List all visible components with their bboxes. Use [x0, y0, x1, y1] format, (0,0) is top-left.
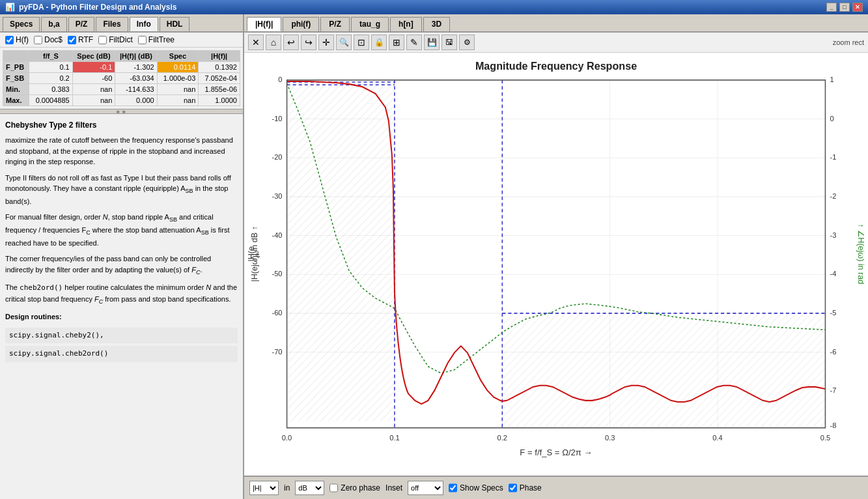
settings-button-tool[interactable]: ⚙: [459, 35, 475, 50]
phase-checkbox[interactable]: Phase: [509, 481, 542, 495]
svg-text:-30: -30: [272, 192, 282, 200]
tab-info[interactable]: Info: [130, 17, 158, 31]
svg-text:-70: -70: [272, 347, 282, 355]
checkbox-hf[interactable]: H(f): [5, 35, 29, 44]
window-controls: _ □ ✕: [826, 3, 863, 12]
plot-tabs: |H(f)| phi(f) P/Z tau_g h[n] 3D: [244, 14, 868, 33]
svg-text:-8: -8: [830, 421, 837, 429]
toolbar: ✕ ⌂ ↩ ↪ ✛ 🔍 ⊡ 🔒 ⊞ ✎ 💾 🖫 ⚙ zoom rect: [244, 33, 868, 53]
row-fsb-spec: 1.000e-03: [157, 73, 199, 84]
table-row-max: Max. 0.0004885 nan 0.000 nan 1.0000: [3, 95, 240, 106]
unit-select[interactable]: dB V W: [295, 481, 324, 495]
tab-hdl[interactable]: HDL: [160, 17, 190, 31]
row-fpb-label: F_PB: [3, 62, 29, 73]
home-button-tool[interactable]: ⌂: [266, 35, 281, 50]
row-fpb-spec: 0.0114: [157, 62, 199, 73]
row-min-label: Min.: [3, 84, 29, 95]
info-panel: Chebyshev Type 2 filters maximize the ra…: [0, 114, 243, 499]
save-button-tool[interactable]: 💾: [424, 35, 440, 50]
resize-handle[interactable]: ■ ■: [0, 109, 243, 114]
plot-tab-hf[interactable]: |H(f)|: [247, 17, 281, 31]
info-para-4: The corner frequency/ies of the pass ban…: [5, 253, 238, 277]
svg-text:-3: -3: [830, 231, 837, 238]
bottom-bar: |H| |H|² re im in dB V W Zero phase Inse…: [244, 476, 868, 499]
row-max-f: 0.0004885: [29, 95, 72, 106]
forward-button-tool[interactable]: ↪: [301, 35, 316, 50]
svg-rect-20: [502, 313, 825, 428]
svg-text:-1: -1: [830, 153, 837, 161]
row-max-hf-db: 0.000: [115, 95, 157, 106]
table-row-min: Min. 0.383 nan -114.633 nan 1.855e-06: [3, 84, 240, 95]
back-button-tool[interactable]: ↩: [283, 35, 299, 50]
zero-phase-label: Zero phase: [341, 483, 380, 492]
svg-text:↑  ∠H(ejω) in rad: ↑ ∠H(ejω) in rad: [856, 223, 865, 284]
row-fsb-hf-db: -63.034: [115, 73, 157, 84]
checkbox-filtdict[interactable]: FiltDict: [98, 35, 133, 44]
svg-text:0.5: 0.5: [820, 433, 830, 441]
svg-text:1: 1: [830, 76, 834, 83]
inset-select[interactable]: off on: [408, 481, 443, 495]
left-tabs: Specs b,a P/Z Files Info HDL: [0, 14, 243, 33]
row-min-spec: nan: [157, 84, 199, 95]
row-fpb-hf-db: -1.302: [115, 62, 157, 73]
row-fpb-hf: 0.1392: [199, 62, 240, 73]
svg-text:-50: -50: [272, 270, 282, 278]
plot-tab-pz[interactable]: P/Z: [320, 17, 350, 31]
svg-text:0.0: 0.0: [282, 433, 292, 441]
design-routines-label: Design routines:: [5, 311, 238, 322]
close-button[interactable]: ✕: [852, 3, 863, 12]
checkbox-filttree[interactable]: FiltTree: [138, 35, 175, 44]
tab-files[interactable]: Files: [96, 17, 128, 31]
crosshair-button-tool[interactable]: ✛: [318, 35, 334, 50]
svg-text:-7: -7: [830, 386, 837, 394]
svg-text:0.1: 0.1: [389, 433, 399, 441]
zoom-button-tool[interactable]: 🔍: [336, 35, 352, 50]
plot-area: Magnitude Frequency Response: [244, 53, 868, 476]
tab-specs[interactable]: Specs: [3, 17, 40, 31]
svg-text:-5: -5: [830, 309, 837, 317]
tab-ba[interactable]: b,a: [41, 17, 66, 31]
plot-tab-3d[interactable]: 3D: [423, 17, 450, 31]
maximize-button[interactable]: □: [839, 3, 850, 12]
checkbox-docs[interactable]: Doc$: [34, 35, 63, 44]
plot-tab-tau[interactable]: tau_g: [351, 17, 389, 31]
inset-label: Inset: [385, 483, 402, 492]
plot-tab-hn[interactable]: h[n]: [390, 17, 422, 31]
row-max-hf: 1.0000: [199, 95, 240, 106]
info-para-1: maximize the rate of cutoff between the …: [5, 135, 238, 167]
col-header-spec-db: Spec (dB): [72, 51, 115, 62]
plot-svg: Magnitude Frequency Response: [244, 53, 868, 476]
spec-table: f/f_S Spec (dB) |H(f)| (dB) Spec |H(f)| …: [3, 50, 240, 106]
pen-button-tool[interactable]: ✎: [406, 35, 422, 50]
svg-text:-40: -40: [272, 231, 282, 238]
checkbox-rtf[interactable]: RTF: [68, 35, 93, 44]
table-row-fsb: F_SB 0.2 -60 -63.034 1.000e-03 7.052e-04: [3, 73, 240, 84]
col-header-f: f/f_S: [29, 51, 72, 62]
tab-pz[interactable]: P/Z: [68, 17, 95, 31]
row-fsb-label: F_SB: [3, 73, 29, 84]
svg-text:0.3: 0.3: [605, 433, 615, 441]
zoom-rect-button-tool[interactable]: ⊡: [354, 35, 369, 50]
code-line-2: scipy.signal.cheb2ord(): [5, 346, 238, 362]
window-title: pyFDA - Python Filter Design and Analysi…: [19, 3, 176, 12]
h-select[interactable]: |H| |H|² re im: [249, 481, 279, 495]
grid-button-tool[interactable]: ⊞: [389, 35, 404, 50]
zoom-label: zoom rect: [833, 38, 864, 46]
save2-button-tool[interactable]: 🖫: [441, 35, 457, 50]
svg-text:0: 0: [278, 76, 282, 83]
col-header-label: [3, 51, 29, 62]
minimize-button[interactable]: _: [826, 3, 837, 12]
close-button-tool[interactable]: ✕: [248, 35, 264, 50]
lock-button-tool[interactable]: 🔒: [371, 35, 387, 50]
svg-text:0.4: 0.4: [712, 433, 722, 441]
plot-tab-phi[interactable]: phi(f): [283, 17, 319, 31]
row-fsb-spec-db: -60: [72, 73, 115, 84]
show-specs-checkbox[interactable]: Show Specs: [449, 481, 503, 495]
col-header-spec: Spec: [157, 51, 199, 62]
zero-phase-checkbox[interactable]: Zero phase: [329, 481, 380, 495]
svg-text:-60: -60: [272, 309, 282, 317]
code-line-1: scipy.signal.cheby2(),: [5, 328, 238, 344]
col-header-hf-db: |H(f)| (dB): [115, 51, 157, 62]
svg-text:-20: -20: [272, 153, 282, 161]
phase-label: Phase: [520, 483, 542, 492]
